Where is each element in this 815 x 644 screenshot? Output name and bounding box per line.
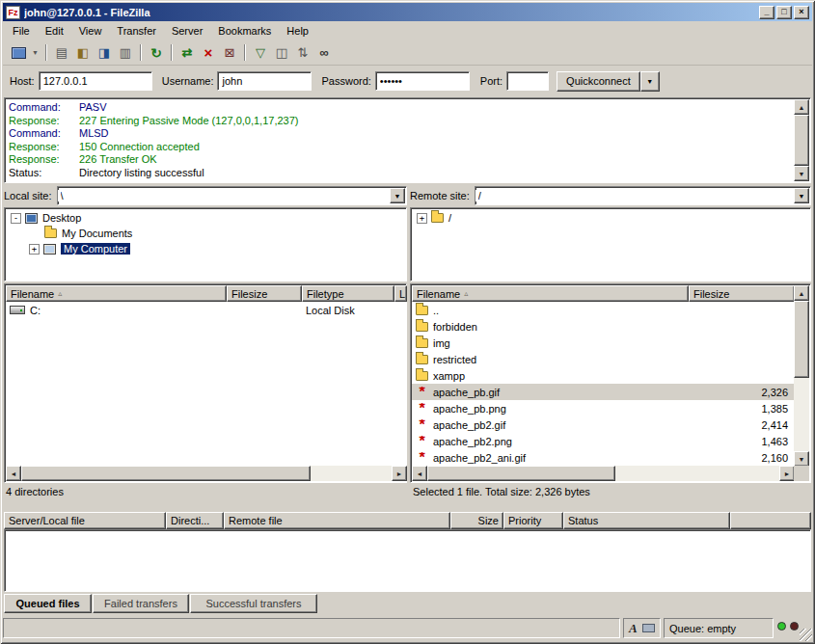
scroll-up-icon[interactable]: ▲ xyxy=(794,285,809,301)
menu-server[interactable]: Server xyxy=(164,22,210,40)
quickconnect-button[interactable]: Quickconnect xyxy=(557,71,640,92)
scrollbar-track[interactable] xyxy=(21,466,392,481)
column-header-filesize[interactable]: Filesize xyxy=(689,285,795,302)
find-files-icon[interactable]: ∞ xyxy=(313,43,335,63)
remote-site-combo[interactable]: ▼ xyxy=(475,186,811,205)
filter-icon[interactable]: ▽ xyxy=(250,43,271,63)
column-header-status[interactable]: Status xyxy=(563,512,730,529)
tree-item-desktop[interactable]: - Desktop xyxy=(5,210,406,226)
column-header-last-modified[interactable]: L xyxy=(394,285,407,302)
host-input[interactable] xyxy=(39,71,152,91)
column-header-filesize[interactable]: Filesize xyxy=(227,285,302,302)
filename: forbidden xyxy=(433,321,477,333)
local-site-combo[interactable]: ▼ xyxy=(57,186,407,205)
chevron-down-icon[interactable]: ▼ xyxy=(390,188,405,203)
column-header-direction[interactable]: Directi... xyxy=(166,512,224,529)
menu-view[interactable]: View xyxy=(71,22,110,40)
column-header-priority[interactable]: Priority xyxy=(503,512,563,529)
synchronized-browsing-icon[interactable]: ⇅ xyxy=(292,43,313,63)
scroll-up-icon[interactable]: ▲ xyxy=(794,99,809,115)
expand-icon[interactable]: + xyxy=(417,213,427,224)
remote-site-input[interactable] xyxy=(475,190,794,201)
minimize-button[interactable]: _ xyxy=(759,6,774,19)
column-header-filetype[interactable]: Filetype xyxy=(302,285,394,302)
toggle-remote-tree-icon[interactable]: ◨ xyxy=(94,43,115,63)
table-row-selected[interactable]: *apache_pb.gif 2,326 xyxy=(412,384,794,400)
table-row[interactable]: .. xyxy=(412,302,794,318)
site-manager-icon[interactable] xyxy=(8,43,29,63)
tab-failed-transfers[interactable]: Failed transfers xyxy=(93,594,189,613)
scroll-right-icon[interactable]: ► xyxy=(779,466,795,481)
toggle-message-log-icon[interactable]: ▤ xyxy=(51,43,72,63)
password-input[interactable] xyxy=(375,71,470,91)
scroll-right-icon[interactable]: ► xyxy=(392,466,407,481)
horizontal-scrollbar[interactable]: ◄ ► xyxy=(412,466,795,481)
scrollbar-track[interactable] xyxy=(427,466,779,481)
title-bar[interactable]: Fz john@127.0.0.1 - FileZilla _ □ × xyxy=(3,3,812,21)
sort-asc-icon: ▵ xyxy=(464,289,468,298)
site-manager-dropdown-icon[interactable]: ▼ xyxy=(29,43,41,63)
cancel-icon[interactable]: × xyxy=(198,43,219,63)
menu-help[interactable]: Help xyxy=(279,22,316,40)
scrollbar-thumb[interactable] xyxy=(21,466,311,481)
close-button[interactable]: × xyxy=(794,6,809,19)
toggle-local-tree-icon[interactable]: ◧ xyxy=(72,43,94,63)
log-message: 226 Transfer OK xyxy=(79,153,157,167)
table-row[interactable]: *apache_pb2.png 1,463 xyxy=(412,433,794,449)
scrollbar-thumb[interactable] xyxy=(794,115,809,166)
table-row[interactable]: *apache_pb2_ani.gif 2,160 xyxy=(412,449,794,466)
column-header-size[interactable]: Size xyxy=(450,512,503,529)
column-header-filename[interactable]: Filename▵ xyxy=(412,285,689,302)
disconnect-icon[interactable]: ⊠ xyxy=(219,43,240,63)
scrollbar-track[interactable] xyxy=(794,115,809,166)
toggle-transfer-queue-icon[interactable]: ▥ xyxy=(115,43,136,63)
table-row[interactable]: C: Local Disk xyxy=(6,302,407,318)
collapse-icon[interactable]: - xyxy=(11,213,21,224)
process-queue-icon[interactable]: ⇄ xyxy=(177,43,198,63)
directory-comparison-icon[interactable]: ◫ xyxy=(271,43,292,63)
quickconnect-dropdown[interactable]: ▼ xyxy=(640,71,660,92)
activity-led-send-icon xyxy=(777,622,786,631)
tab-successful-transfers[interactable]: Successful transfers xyxy=(190,594,317,613)
refresh-icon[interactable]: ↻ xyxy=(146,43,167,63)
chevron-down-icon[interactable]: ▼ xyxy=(794,188,809,203)
app-icon: Fz xyxy=(6,6,20,19)
tree-item-my-computer[interactable]: + My Computer xyxy=(5,241,406,256)
scrollbar-thumb[interactable] xyxy=(427,466,615,481)
filename: restricted xyxy=(433,354,476,365)
scroll-down-icon[interactable]: ▼ xyxy=(794,166,809,181)
column-header-filename[interactable]: Filename▵ xyxy=(6,285,227,302)
scroll-left-icon[interactable]: ◄ xyxy=(412,466,427,481)
menu-file[interactable]: File xyxy=(5,22,38,40)
column-header-server-local-file[interactable]: Server/Local file xyxy=(4,512,166,529)
toolbar-separator xyxy=(45,44,47,61)
table-row[interactable]: img xyxy=(412,335,794,351)
menu-bookmarks[interactable]: Bookmarks xyxy=(210,22,279,40)
tree-item-my-documents[interactable]: My Documents xyxy=(5,226,406,241)
log-scrollbar[interactable]: ▲ ▼ xyxy=(794,99,809,181)
vertical-scrollbar[interactable]: ▲ ▼ xyxy=(794,285,809,467)
menu-transfer[interactable]: Transfer xyxy=(109,22,164,40)
local-site-input[interactable] xyxy=(58,190,390,201)
resize-grip[interactable] xyxy=(800,629,812,641)
folder-icon xyxy=(416,371,428,381)
menu-edit[interactable]: Edit xyxy=(38,22,71,40)
tree-item-root[interactable]: + / xyxy=(411,210,810,226)
expand-icon[interactable]: + xyxy=(29,244,40,255)
port-input[interactable] xyxy=(506,71,549,91)
maximize-button[interactable]: □ xyxy=(776,6,792,19)
scroll-down-icon[interactable]: ▼ xyxy=(794,451,809,467)
scrollbar-track[interactable] xyxy=(794,301,809,451)
username-input[interactable] xyxy=(217,71,312,91)
table-row[interactable]: *apache_pb.png 1,385 xyxy=(412,400,794,416)
table-row[interactable]: xampp xyxy=(412,367,794,384)
table-row[interactable]: forbidden xyxy=(412,318,794,335)
column-header-remote-file[interactable]: Remote file xyxy=(224,512,450,529)
table-row[interactable]: restricted xyxy=(412,351,794,367)
table-row[interactable]: *apache_pb2.gif 2,414 xyxy=(412,416,794,433)
tab-queued-files[interactable]: Queued files xyxy=(4,594,92,613)
scroll-left-icon[interactable]: ◄ xyxy=(6,466,21,481)
horizontal-scrollbar[interactable]: ◄ ► xyxy=(6,466,407,481)
scrollbar-thumb[interactable] xyxy=(794,301,809,378)
filename: xampp xyxy=(433,370,465,382)
